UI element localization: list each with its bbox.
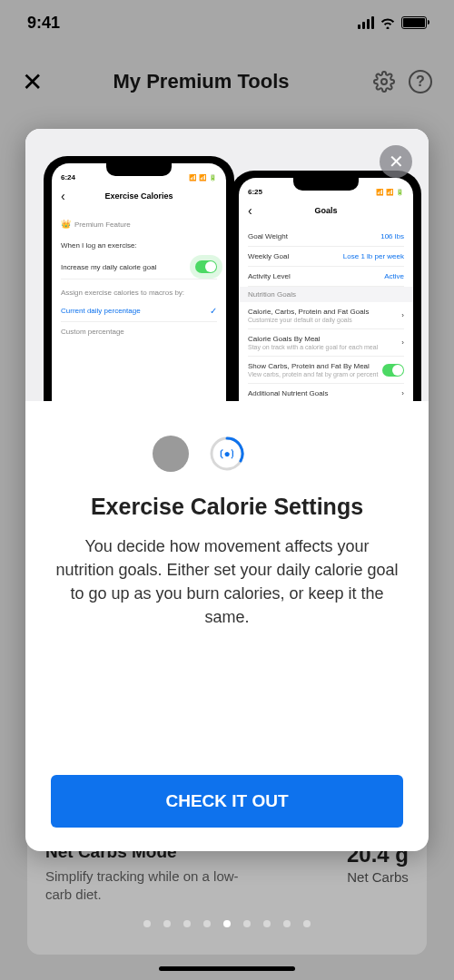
exercise-icon: ⟮●⟯ bbox=[209, 436, 245, 472]
toggle-icon bbox=[382, 364, 404, 377]
modal-title: Exercise Calorie Settings bbox=[51, 494, 403, 520]
status-time: 9:41 bbox=[27, 14, 60, 33]
preview-phone-exercise: 6:24📶 📶 🔋 ‹Exercise Calories 👑Premium Fe… bbox=[44, 156, 234, 401]
close-icon[interactable]: ✕ bbox=[22, 67, 43, 97]
help-button[interactable]: ? bbox=[409, 70, 432, 93]
onboarding-modal: ✕ 6:24📶 📶 🔋 ‹Exercise Calories 👑Premium … bbox=[25, 129, 429, 851]
question-icon: ? bbox=[409, 70, 432, 93]
check-it-out-button[interactable]: CHECK IT OUT bbox=[51, 775, 403, 828]
gear-icon bbox=[373, 71, 395, 93]
settings-button[interactable] bbox=[372, 70, 396, 93]
page-indicator bbox=[0, 920, 454, 927]
wifi-icon bbox=[380, 16, 396, 29]
toggle-icon bbox=[195, 260, 217, 273]
signal-icon bbox=[358, 16, 374, 29]
battery-icon bbox=[401, 16, 427, 29]
modal-description: You decide how movement affects your nut… bbox=[51, 534, 403, 629]
close-icon: ✕ bbox=[389, 151, 404, 172]
status-icons bbox=[358, 16, 427, 29]
close-button[interactable]: ✕ bbox=[380, 145, 412, 178]
home-indicator bbox=[159, 966, 295, 971]
page-title: My Premium Tools bbox=[43, 70, 360, 93]
svg-point-0 bbox=[381, 79, 387, 84]
preview-phone-goals: 6:25📶 📶 🔋 ‹Goals Goal Weight106 lbs Week… bbox=[231, 171, 421, 401]
decorative-circle bbox=[153, 436, 189, 472]
